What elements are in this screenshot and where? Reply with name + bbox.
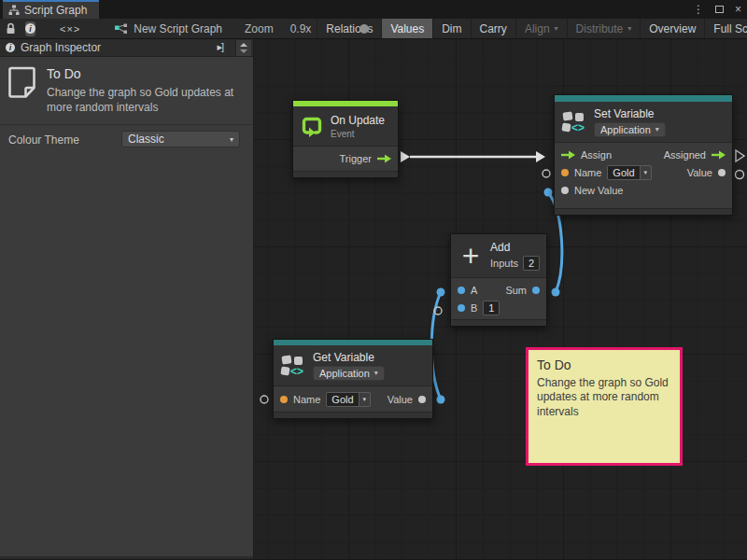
panel-resize-handle[interactable] — [0, 556, 253, 559]
name-port-dot[interactable] — [561, 169, 569, 176]
sticky-note[interactable]: To Do Change the graph so Gold updates a… — [526, 347, 683, 466]
colour-theme-dropdown[interactable]: Classic ▾ — [121, 131, 240, 147]
node-title: Set Variable — [594, 107, 666, 120]
colour-theme-label: Colour Theme — [8, 133, 79, 147]
code-preview-icon[interactable]: <×> — [60, 23, 80, 35]
control-out-arrow-icon[interactable] — [377, 154, 391, 163]
values-label: Values — [390, 22, 424, 35]
b-value-field[interactable]: 1 — [483, 301, 500, 315]
carry-button[interactable]: Carry — [471, 19, 515, 39]
name-value-dropdown[interactable]: Gold ▾ — [326, 392, 371, 407]
set-variable-name-port-ring[interactable] — [543, 170, 550, 177]
caret-down-icon: ▾ — [359, 392, 372, 407]
dim-button[interactable]: Dim — [432, 19, 470, 39]
tab-label: Script Graph — [24, 4, 87, 17]
kebab-menu-icon[interactable]: ⋮ — [693, 4, 704, 15]
assign-in-arrow[interactable] — [536, 151, 545, 162]
panel-scroll-stepper — [235, 40, 251, 56]
distribute-button[interactable]: Distribute▾ — [567, 19, 641, 39]
graph-canvas[interactable]: On Update Event Trigger — [254, 39, 747, 559]
new-value-port-row[interactable]: New Value — [555, 181, 732, 199]
node-on-update[interactable]: On Update Event Trigger — [292, 100, 399, 178]
assigned-port-label: Assigned — [664, 149, 706, 161]
inspector-toggle-button[interactable]: i — [25, 21, 35, 36]
name-value: Gold — [607, 165, 640, 180]
note-title: To Do — [47, 66, 245, 81]
trigger-port-row[interactable]: Trigger — [293, 149, 398, 167]
a-port-label: A — [471, 285, 477, 296]
name-value-port-row[interactable]: Name Gold ▾ Value — [274, 389, 432, 409]
variable-icon: <> — [281, 354, 305, 378]
panel-expand-icon[interactable]: ▸] — [217, 41, 223, 53]
dim-label: Dim — [442, 22, 461, 35]
set-variable-value-port-ring[interactable] — [736, 171, 744, 179]
lock-icon[interactable] — [6, 22, 16, 35]
relations-button[interactable]: Relations — [317, 19, 381, 39]
scroll-down-icon[interactable] — [240, 49, 247, 53]
name-value-dropdown[interactable]: Gold ▾ — [607, 165, 652, 180]
value-port-dot[interactable] — [418, 396, 426, 403]
graph-toolbar: i <×> New Script Graph Zoom 0.9x Relatio… — [0, 19, 747, 39]
zoom-label: Zoom — [245, 22, 274, 35]
add-a-port-dot[interactable] — [437, 288, 445, 297]
get-variable-header[interactable]: <> Get Variable Application ▾ — [274, 345, 432, 385]
node-footer — [293, 171, 398, 177]
set-variable-new-value-port-dot[interactable] — [544, 189, 553, 197]
control-out-arrow-icon[interactable] — [712, 150, 726, 160]
main-area: i Graph Inspector ▸] To Do Change the gr… — [0, 39, 747, 559]
script-graph-asset-icon — [114, 23, 128, 35]
trigger-port-label: Trigger — [340, 153, 372, 164]
variable-scope-dropdown[interactable]: Application ▾ — [594, 122, 666, 137]
sum-port-label: Sum — [505, 285, 527, 296]
note-description: Change the graph so Gold updates at more… — [47, 86, 245, 115]
add-sum-port-dot[interactable] — [552, 288, 560, 297]
node-title: Get Variable — [313, 351, 385, 364]
get-variable-value-port-dot[interactable] — [437, 396, 445, 404]
on-update-header[interactable]: On Update Event — [293, 106, 398, 146]
variable-scope-dropdown[interactable]: Application ▾ — [313, 366, 385, 381]
plus-icon: + — [458, 245, 483, 267]
node-set-variable[interactable]: <> Set Variable Application ▾ Assign — [554, 94, 733, 216]
assigned-out-arrow-ring[interactable] — [736, 150, 744, 161]
caret-down-icon: ▾ — [655, 125, 659, 133]
sum-port-dot[interactable] — [532, 287, 540, 294]
get-variable-name-port-ring[interactable] — [261, 396, 268, 403]
node-footer — [274, 412, 432, 418]
add-ports: A Sum B 1 — [451, 277, 546, 319]
zoom-slider-handle[interactable] — [359, 24, 369, 34]
name-value-port-row[interactable]: Name Gold ▾ Value — [555, 163, 732, 181]
b-port-row[interactable]: B 1 — [451, 299, 546, 316]
tab-script-graph[interactable]: Script Graph — [3, 0, 99, 19]
new-value-port-dot[interactable] — [561, 187, 569, 194]
graph-title: New Script Graph — [134, 22, 222, 35]
scroll-up-icon[interactable] — [240, 43, 247, 47]
tab-bar: Script Graph ⋮ × — [0, 0, 747, 19]
value-port-dot[interactable] — [718, 169, 726, 176]
assign-port-row[interactable]: Assign Assigned — [555, 146, 732, 163]
set-variable-ports: Assign Assigned Name Gold ▾ Value — [555, 142, 732, 208]
b-port-dot[interactable] — [458, 304, 465, 312]
align-button[interactable]: Align▾ — [515, 19, 567, 39]
set-variable-header[interactable]: <> Set Variable Application ▾ — [555, 102, 732, 142]
trigger-out-arrow[interactable] — [401, 151, 410, 162]
control-in-arrow-icon[interactable] — [561, 150, 575, 160]
fullscreen-label: Full Screen — [713, 22, 747, 35]
graph-inspector-header[interactable]: i Graph Inspector ▸] — [0, 39, 253, 57]
value-port-label: Value — [687, 167, 712, 178]
inputs-count-field[interactable]: 2 — [523, 256, 540, 271]
scope-value: Application — [600, 124, 651, 135]
caret-down-icon: ▾ — [555, 24, 558, 33]
overview-button[interactable]: Overview — [640, 19, 704, 39]
add-header[interactable]: + Add Inputs 2 — [451, 234, 546, 277]
close-icon[interactable]: × — [735, 4, 741, 15]
fullscreen-button[interactable]: Full Screen — [704, 19, 747, 39]
a-sum-port-row[interactable]: A Sum — [451, 281, 546, 299]
toolbar-buttons: Relations Values Dim Carry Align▾ Distri… — [317, 19, 747, 39]
name-port-dot[interactable] — [280, 396, 288, 403]
colour-theme-value: Classic — [128, 133, 164, 146]
a-port-dot[interactable] — [458, 287, 465, 294]
node-add[interactable]: + Add Inputs 2 A Sum — [450, 233, 547, 327]
values-button[interactable]: Values — [381, 19, 432, 39]
maximize-icon[interactable] — [715, 6, 724, 13]
node-get-variable[interactable]: <> Get Variable Application ▾ Name Gold — [273, 339, 433, 419]
